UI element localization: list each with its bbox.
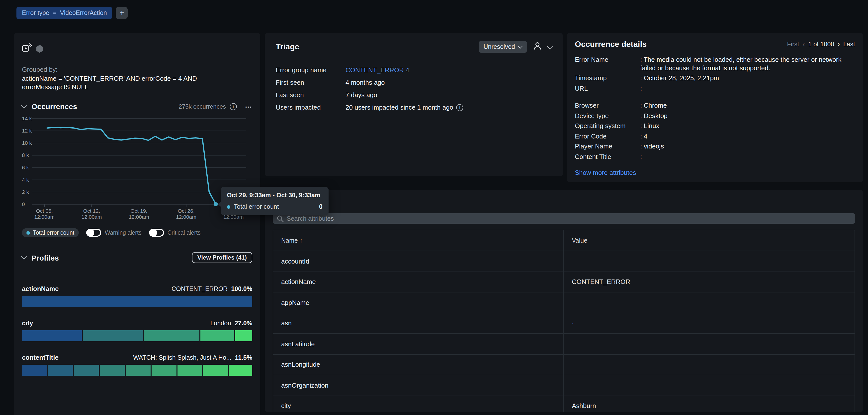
field-label: Users impacted xyxy=(276,103,345,112)
table-row[interactable]: asnLongitude xyxy=(273,354,855,375)
more-menu-icon[interactable]: … xyxy=(245,101,252,109)
view-profiles-button[interactable]: View Profiles (41) xyxy=(192,252,252,263)
field-value: : October 28, 2025, 2:21pm xyxy=(640,74,855,82)
profile-attribute-name: contentTitle xyxy=(22,354,59,361)
filter-bar: Error type = VideoErrorAction + xyxy=(17,7,128,19)
profile-top-percent: 11.5% xyxy=(235,354,252,361)
critical-alerts-toggle[interactable]: Critical alerts xyxy=(149,229,201,237)
field-label: Error Code xyxy=(575,132,640,140)
profile-bar-segment xyxy=(200,331,234,342)
profile-top-percent: 100.0% xyxy=(231,286,252,293)
svg-text:10 k: 10 k xyxy=(22,140,32,146)
pagination-last[interactable]: Last xyxy=(843,41,855,48)
triage-field-row: Last seen7 days ago xyxy=(276,91,552,99)
attributes-panel: Name ↑ Value accountIdactionNameCONTENT_… xyxy=(265,190,863,412)
tooltip-series-value: 0 xyxy=(319,203,322,210)
filter-chip-error-type[interactable]: Error type = VideoErrorAction xyxy=(17,7,113,19)
profile-distribution-bar[interactable] xyxy=(22,296,252,307)
pagination-prev-icon[interactable]: ‹ xyxy=(803,41,805,48)
details-field-row: URL: xyxy=(575,84,855,93)
chevron-down-icon[interactable] xyxy=(21,254,27,260)
profile-bar-segment xyxy=(152,365,176,376)
error-dashboard: Error type = VideoErrorAction + Grouped … xyxy=(0,0,868,415)
field-value: : xyxy=(640,84,855,93)
column-header-name[interactable]: Name ↑ xyxy=(273,230,564,251)
profile-row: actionNameCONTENT_ERROR100.0% xyxy=(22,285,252,307)
profile-labels: cityLondon27.0% xyxy=(22,320,252,327)
field-label: Operating system xyxy=(575,122,640,130)
critical-alerts-label: Critical alerts xyxy=(167,230,201,236)
chevron-down-icon xyxy=(518,44,523,48)
table-row[interactable]: accountId xyxy=(273,251,855,271)
chevron-down-icon[interactable] xyxy=(21,103,27,108)
status-dropdown[interactable]: Unresolved xyxy=(478,41,527,53)
table-row[interactable]: asnOrganization xyxy=(273,375,855,395)
field-value[interactable]: CONTENT_ERROR 4 xyxy=(345,66,409,74)
field-value-text: CONTENT_ERROR 4 xyxy=(345,66,409,74)
attribute-name-cell: appName xyxy=(273,292,564,313)
svg-text:Oct 05,12:00am: Oct 05,12:00am xyxy=(34,208,55,220)
attribute-name-cell: asnOrganization xyxy=(273,375,564,395)
field-value-text: 4 months ago xyxy=(345,78,385,87)
info-icon[interactable]: i xyxy=(456,104,463,111)
pagination-page: 1 of 1000 xyxy=(808,41,834,48)
profile-bar-segment xyxy=(48,365,73,376)
attribute-value-cell xyxy=(564,251,855,271)
details-field-row: Player Name: videojs xyxy=(575,142,855,151)
table-row[interactable]: asn· xyxy=(273,313,855,333)
triage-fields: Error group nameCONTENT_ERROR 4First see… xyxy=(276,66,552,112)
show-more-attributes-link[interactable]: Show more attributes xyxy=(575,169,855,176)
add-filter-button[interactable]: + xyxy=(116,7,128,19)
filter-field: Error type xyxy=(22,9,49,16)
profiles-rows: actionNameCONTENT_ERROR100.0%cityLondon2… xyxy=(22,285,252,376)
attribute-value-cell: · xyxy=(564,313,855,333)
column-header-value[interactable]: Value xyxy=(564,230,855,251)
toggle-off-icon xyxy=(86,229,101,237)
pagination-first[interactable]: First xyxy=(787,41,799,48)
field-label: Error Name xyxy=(575,56,640,72)
field-value: 7 days ago xyxy=(345,91,377,99)
table-row[interactable]: appName xyxy=(273,292,855,313)
profile-attribute-name: actionName xyxy=(22,285,59,293)
profile-bar-segment xyxy=(126,365,151,376)
triage-panel: Triage Unresolved Error group nameCONTEN… xyxy=(265,33,563,176)
video-cast-icon[interactable] xyxy=(22,43,32,55)
triage-field-row: First seen4 months ago xyxy=(276,78,552,87)
occurrences-count: 275k occurrences xyxy=(179,103,226,110)
details-field-row: Timestamp: October 28, 2025, 2:21pm xyxy=(575,74,855,82)
info-icon[interactable]: i xyxy=(230,103,237,110)
field-label: Error group name xyxy=(276,66,345,74)
attribute-value-cell xyxy=(564,334,855,354)
legend-total-error-count[interactable]: Total error count xyxy=(22,229,79,237)
profile-distribution-bar[interactable] xyxy=(22,331,252,342)
profile-top-value: WATCH: Splish Splash, Just A Ho... xyxy=(133,354,231,361)
plus-icon: + xyxy=(120,9,124,17)
svg-text:Oct 26,12:00am: Oct 26,12:00am xyxy=(176,208,196,220)
attribute-value-cell xyxy=(564,375,855,395)
details-field-row: Error Name: The media could not be loade… xyxy=(575,56,855,72)
search-icon xyxy=(277,215,284,222)
table-row[interactable]: cityAshburn xyxy=(273,395,855,412)
triage-title: Triage xyxy=(276,42,299,51)
profile-bar-segment xyxy=(83,331,143,342)
assignee-icon[interactable] xyxy=(533,41,542,52)
table-row[interactable]: asnLatitude xyxy=(273,333,855,354)
occurrences-title: Occurrences xyxy=(31,102,77,111)
table-row[interactable]: actionNameCONTENT_ERROR xyxy=(273,271,855,292)
field-value: : Desktop xyxy=(640,112,855,120)
warning-alerts-toggle[interactable]: Warning alerts xyxy=(86,229,141,237)
chevron-down-icon[interactable] xyxy=(547,43,553,49)
svg-text:2 k: 2 k xyxy=(22,189,29,195)
field-value-text: 20 users impacted since 1 month ago xyxy=(345,103,453,112)
search-attributes-input[interactable] xyxy=(273,213,855,224)
attributes-searchbar xyxy=(273,213,855,224)
profile-distribution-bar[interactable] xyxy=(22,365,252,376)
profile-bar-segment xyxy=(74,365,99,376)
triage-field-row: Users impacted20 users impacted since 1 … xyxy=(276,103,552,112)
details-field-row: Device type: Desktop xyxy=(575,112,855,120)
profile-labels: contentTitleWATCH: Splish Splash, Just A… xyxy=(22,354,252,361)
warning-alerts-label: Warning alerts xyxy=(105,230,141,236)
profile-row: contentTitleWATCH: Splish Splash, Just A… xyxy=(22,354,252,376)
pagination-next-icon[interactable]: › xyxy=(838,41,840,48)
profile-bar-segment xyxy=(235,331,252,342)
